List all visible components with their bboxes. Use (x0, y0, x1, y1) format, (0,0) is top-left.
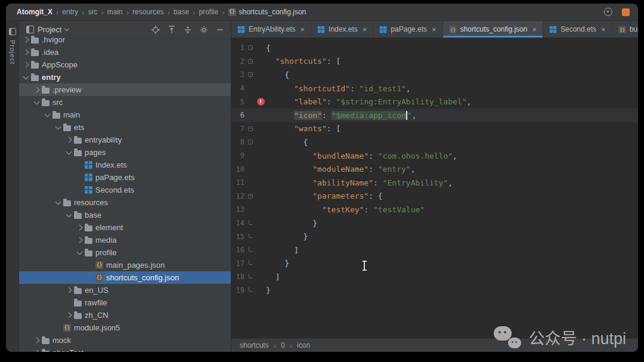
tree-item-element[interactable]: element (19, 221, 231, 234)
chevron-right-icon[interactable] (23, 49, 29, 55)
chevron-right-icon[interactable] (77, 225, 83, 231)
breadcrumb-item[interactable]: main (107, 8, 123, 16)
code-line[interactable]: 5! "label": "$string:EntryAbility_label"… (231, 95, 638, 109)
line-number[interactable]: 7 (231, 125, 246, 133)
project-tool-window-icon[interactable] (9, 28, 16, 35)
code-line[interactable]: 10 "moduleName": "entry", (231, 162, 638, 176)
tree-item-idea[interactable]: .idea (19, 46, 231, 58)
chevron-down-icon[interactable] (77, 249, 83, 255)
code-line[interactable]: 1{ (231, 41, 638, 55)
chevron-down-icon[interactable] (23, 73, 29, 79)
tree-item-ohostest[interactable]: ohosTest (19, 346, 231, 352)
chevron-down-icon[interactable] (66, 211, 72, 217)
code-line[interactable]: 12 "parameters": { (231, 190, 638, 203)
sync-icon[interactable] (604, 8, 612, 16)
chevron-right-icon[interactable] (66, 287, 72, 293)
tree-item-rawfile[interactable]: rawfile (19, 296, 231, 309)
tab-shortcuts-config-json[interactable]: shortcuts_config.json× (443, 21, 543, 38)
fold-collapse-icon[interactable] (248, 72, 253, 77)
line-number[interactable]: 18 (231, 273, 246, 281)
tree-item-index-ets[interactable]: Index.ets (19, 159, 231, 171)
code-line[interactable]: 15 } (231, 230, 638, 243)
breadcrumb-item[interactable]: profile (199, 8, 218, 16)
chevron-right-icon[interactable] (66, 313, 72, 318)
line-number[interactable]: 19 (231, 286, 246, 295)
breadcrumb-item[interactable]: resources (132, 8, 164, 16)
line-number[interactable]: 12 (231, 192, 246, 200)
fold-collapse-icon[interactable] (248, 59, 253, 64)
line-number[interactable]: 17 (231, 259, 246, 268)
tree-item-media[interactable]: media (19, 234, 231, 246)
close-icon[interactable]: × (363, 26, 367, 33)
code-line[interactable]: 17 } (231, 257, 638, 271)
line-number[interactable]: 4 (231, 84, 246, 92)
chevron-right-icon[interactable] (23, 62, 29, 68)
line-number[interactable]: 15 (231, 233, 246, 241)
code-line[interactable]: 18 ] (231, 270, 638, 284)
chevron-down-icon[interactable] (55, 123, 61, 129)
tree-item-second-ets[interactable]: Second.ets (19, 184, 231, 196)
line-number[interactable]: 14 (231, 219, 246, 227)
close-icon[interactable]: × (300, 26, 305, 33)
code-line[interactable]: 8 { (231, 135, 638, 149)
breadcrumb-item[interactable]: entry (62, 8, 78, 16)
close-icon[interactable]: × (532, 26, 537, 33)
line-number[interactable]: 9 (231, 151, 246, 160)
breadcrumb-file[interactable]: shortcuts_config.json (228, 8, 306, 16)
tree-item-appscope[interactable]: AppScope (19, 58, 231, 71)
fold-collapse-icon[interactable] (248, 140, 253, 144)
close-icon[interactable]: × (432, 26, 436, 33)
tree-item-module-json5[interactable]: module.json5 (19, 321, 231, 334)
tree-item-hvigor[interactable]: .hvigor (19, 33, 231, 46)
tree-item-profile[interactable]: profile (19, 246, 231, 259)
chevron-right-icon[interactable] (34, 350, 40, 352)
tab-entryability-ets[interactable]: EntryAbility.ets× (231, 21, 311, 38)
code-line[interactable]: 16 ] (231, 243, 638, 257)
chevron-down-icon[interactable] (45, 111, 51, 117)
tree-item-entryability[interactable]: entryability (19, 134, 231, 146)
line-number[interactable]: 6 (231, 111, 246, 119)
fold-collapse-icon[interactable] (248, 126, 253, 131)
project-view-title[interactable]: Project (38, 25, 61, 34)
chevron-down-icon[interactable] (55, 199, 61, 205)
tree-item-shortcuts-config-json[interactable]: shortcuts_config.json (19, 271, 231, 284)
line-number[interactable]: 1 (231, 44, 246, 52)
code-line[interactable]: 4 "shortcutId": "id_test1", (231, 82, 638, 95)
code-line[interactable]: 13 "testKey": "testValue" (231, 203, 638, 216)
line-number[interactable]: 13 (231, 205, 246, 214)
breadcrumb-item[interactable]: Atomgit_X (17, 8, 52, 16)
code-line[interactable]: 2 "shortcuts": [ (231, 55, 638, 69)
breadcrumb-item[interactable]: src (88, 8, 97, 16)
tree-item-papage-ets[interactable]: paPage.ets (19, 171, 231, 184)
code-line[interactable]: 9 "bundleName": "com.ohos.hello", (231, 149, 638, 163)
chevron-down-icon[interactable] (64, 26, 69, 31)
tab-papage-ets[interactable]: paPage.ets× (373, 21, 442, 38)
line-number[interactable]: 3 (231, 70, 246, 79)
close-icon[interactable]: × (601, 26, 606, 33)
line-number[interactable]: 2 (231, 57, 246, 66)
chevron-down-icon[interactable] (66, 148, 72, 154)
code-line[interactable]: 11 "abilityName": "EntryAbility", (231, 176, 638, 190)
chevron-down-icon[interactable] (34, 98, 40, 104)
editor-breadcrumb-item[interactable]: icon (297, 341, 310, 349)
line-number[interactable]: 8 (231, 138, 246, 146)
breadcrumb-item[interactable]: base (174, 8, 189, 16)
tree-item-pages[interactable]: pages (19, 146, 231, 159)
tree-item-entry[interactable]: entry (19, 71, 231, 83)
tree-item-src[interactable]: src (19, 96, 231, 109)
fold-collapse-icon[interactable] (248, 194, 253, 199)
line-number[interactable]: 5 (231, 98, 246, 106)
code-line[interactable]: 14 } (231, 216, 638, 230)
chevron-right-icon[interactable] (66, 137, 72, 143)
chevron-right-icon[interactable] (34, 338, 40, 344)
line-number[interactable]: 10 (231, 165, 246, 174)
tree-item-base[interactable]: base (19, 209, 231, 221)
code-line[interactable]: 3 { (231, 68, 638, 82)
code-line[interactable]: 19} (231, 284, 638, 298)
fold-collapse-icon[interactable] (248, 45, 253, 50)
chevron-right-icon[interactable] (34, 87, 40, 93)
chevron-right-icon[interactable] (23, 37, 29, 43)
editor-breadcrumb-item[interactable]: 0 (281, 341, 285, 349)
tree-item-ets[interactable]: ets (19, 121, 231, 134)
tree-item-main-pages-json[interactable]: main_pages.json (19, 259, 231, 271)
